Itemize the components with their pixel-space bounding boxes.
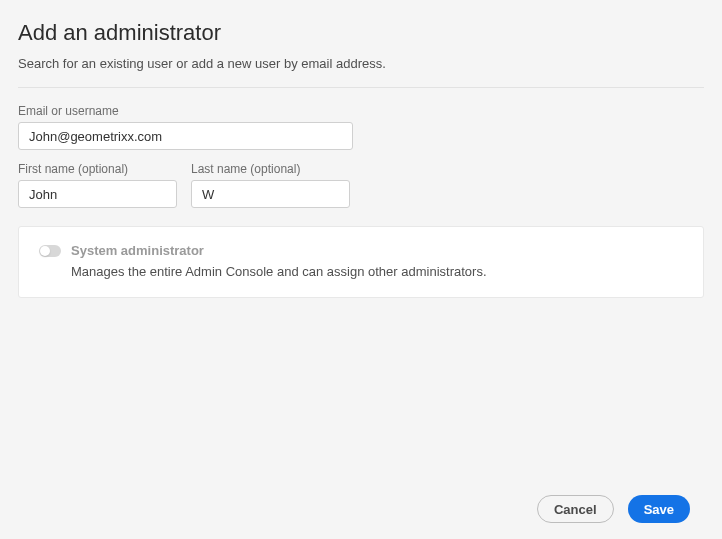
email-label: Email or username — [18, 104, 704, 118]
last-name-input[interactable] — [191, 180, 350, 208]
last-name-field-group: Last name (optional) — [191, 162, 350, 208]
role-header: System administrator — [39, 243, 683, 258]
system-admin-toggle[interactable] — [39, 245, 61, 257]
role-card: System administrator Manages the entire … — [18, 226, 704, 298]
email-input[interactable] — [18, 122, 353, 150]
dialog-body: Add an administrator Search for an exist… — [0, 0, 722, 318]
first-name-input[interactable] — [18, 180, 177, 208]
last-name-label: Last name (optional) — [191, 162, 350, 176]
toggle-knob — [40, 246, 50, 256]
role-description: Manages the entire Admin Console and can… — [71, 264, 683, 279]
first-name-label: First name (optional) — [18, 162, 177, 176]
name-fields-row: First name (optional) Last name (optiona… — [18, 162, 704, 208]
save-button[interactable]: Save — [628, 495, 690, 523]
section-divider — [18, 87, 704, 88]
first-name-field-group: First name (optional) — [18, 162, 177, 208]
page-subtitle: Search for an existing user or add a new… — [18, 56, 704, 71]
role-title: System administrator — [71, 243, 204, 258]
dialog-footer: Cancel Save — [537, 495, 690, 523]
cancel-button[interactable]: Cancel — [537, 495, 614, 523]
email-field-group: Email or username — [18, 104, 704, 150]
page-title: Add an administrator — [18, 20, 704, 46]
